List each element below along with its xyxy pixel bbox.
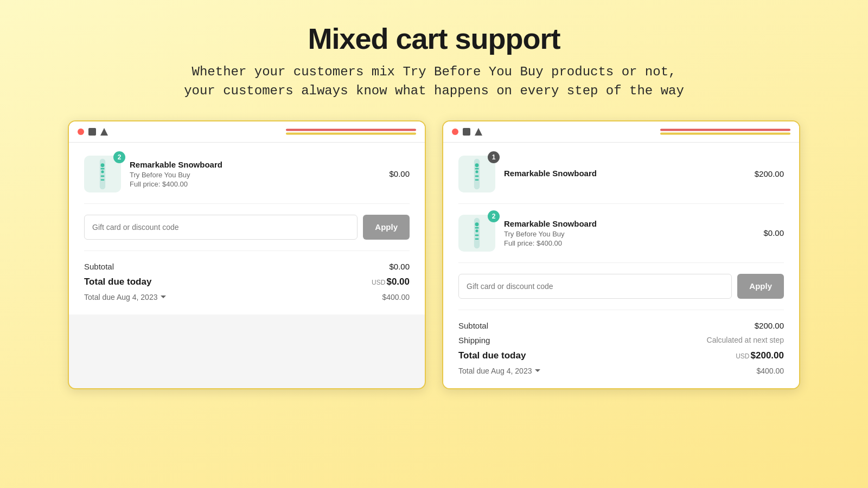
- subtotal-label-left: Subtotal: [84, 262, 114, 271]
- header-section: Mixed cart support Whether your customer…: [184, 22, 684, 101]
- subtotal-value-left: $0.00: [389, 262, 410, 271]
- subtitle-line2: your customers always know what happens …: [184, 84, 684, 98]
- dot-triangle-right: [475, 128, 482, 136]
- panel-titlebar-left: [69, 121, 425, 143]
- product-image-wrapper-right-1: 1: [458, 156, 495, 192]
- snowboard-icon-left-1: [92, 158, 113, 190]
- product-image-wrapper-right-2: 2: [458, 215, 495, 252]
- summary-rows-left: Subtotal $0.00 Total due today USD$0.00 …: [84, 262, 410, 301]
- summary-shipping-row-right: Shipping Calculated at next step: [458, 336, 784, 345]
- due-later-value-right: $400.00: [756, 367, 784, 375]
- product-full-price-left-1: Full price: $400.00: [130, 180, 380, 188]
- due-later-value-left: $400.00: [382, 293, 410, 301]
- snowboard-icon-right-1: [466, 158, 488, 190]
- usd-prefix-right: USD: [736, 352, 749, 360]
- svg-rect-12: [474, 217, 480, 248]
- shipping-label-right: Shipping: [458, 336, 490, 345]
- product-info-right-2: Remarkable Snowboard Try Before You Buy …: [504, 219, 755, 247]
- panel-left: 2 Remarkable Snowboard Try Before You Bu…: [68, 120, 426, 389]
- shipping-value-right: Calculated at next step: [707, 336, 784, 344]
- svg-rect-0: [100, 158, 105, 189]
- total-today-label-right: Total due today: [458, 350, 526, 361]
- product-info-left-1: Remarkable Snowboard Try Before You Buy …: [130, 160, 380, 188]
- svg-rect-17: [475, 238, 479, 240]
- svg-rect-4: [101, 175, 105, 177]
- product-name-left-1: Remarkable Snowboard: [130, 160, 380, 169]
- summary-due-row-right: Total due Aug 4, 2023 $400.00: [458, 367, 784, 375]
- dot-triangle-left: [100, 128, 108, 136]
- due-later-label-right: Total due Aug 4, 2023: [458, 367, 540, 375]
- product-badge-right-2: 2: [488, 210, 500, 222]
- discount-input-left[interactable]: [84, 215, 358, 240]
- total-today-value-left: USD$0.00: [372, 277, 410, 287]
- summary-subtotal-row-left: Subtotal $0.00: [84, 262, 410, 271]
- summary-subtotal-row-right: Subtotal $200.00: [458, 321, 784, 330]
- apply-button-left[interactable]: Apply: [363, 215, 410, 240]
- product-info-right-1: Remarkable Snowboard: [504, 169, 746, 179]
- dot-square-left: [88, 128, 96, 136]
- product-image-wrapper-left-1: 2: [84, 156, 121, 192]
- svg-point-13: [475, 222, 479, 226]
- panels-container: 2 Remarkable Snowboard Try Before You Bu…: [54, 120, 814, 389]
- chevron-down-icon-right: [535, 369, 540, 372]
- dot-red-right: [452, 129, 458, 135]
- dot-red-left: [78, 129, 84, 135]
- subtitle-line1: Whether your customers mix Try Before Yo…: [192, 65, 676, 79]
- titlebar-bar-red-left: [286, 129, 416, 131]
- svg-rect-3: [101, 168, 105, 169]
- summary-total-row-right: Total due today USD$200.00: [458, 350, 784, 361]
- svg-rect-16: [475, 234, 479, 236]
- product-badge-left-1: 2: [113, 151, 125, 163]
- chevron-down-icon-left: [161, 296, 166, 298]
- titlebar-bar-yellow-left: [286, 132, 416, 134]
- titlebar-lines-left: [286, 129, 416, 134]
- svg-rect-15: [475, 227, 479, 228]
- panel-right: 1 Remarkable Snowboard $200.00: [442, 120, 800, 389]
- product-row-right-2: 2 Remarkable Snowboard Try Before You Bu…: [458, 215, 784, 263]
- due-later-label-left: Total due Aug 4, 2023: [84, 293, 166, 301]
- titlebar-lines-right: [660, 129, 790, 134]
- svg-rect-10: [475, 175, 479, 177]
- svg-rect-5: [101, 179, 105, 181]
- summary-rows-right: Subtotal $200.00 Shipping Calculated at …: [458, 321, 784, 375]
- dot-square-right: [463, 128, 470, 136]
- svg-point-14: [475, 229, 478, 232]
- titlebar-bar-yellow-right: [660, 132, 790, 134]
- panel-body-right: 1 Remarkable Snowboard $200.00: [443, 143, 799, 388]
- usd-prefix-left: USD: [372, 279, 385, 286]
- subtitle: Whether your customers mix Try Before Yo…: [184, 63, 684, 101]
- total-today-label-left: Total due today: [84, 277, 151, 287]
- svg-point-1: [101, 163, 105, 167]
- product-name-right-1: Remarkable Snowboard: [504, 169, 746, 178]
- discount-input-right[interactable]: [458, 274, 732, 299]
- product-price-left-1: $0.00: [389, 169, 410, 178]
- svg-rect-9: [475, 168, 479, 169]
- product-tag-left-1: Try Before You Buy: [130, 171, 380, 179]
- product-price-right-2: $0.00: [763, 228, 784, 237]
- svg-point-7: [475, 163, 479, 167]
- svg-rect-11: [475, 179, 479, 181]
- product-full-price-right-2: Full price: $400.00: [504, 239, 755, 247]
- snowboard-icon-right-2: [466, 217, 488, 249]
- product-badge-right-1: 1: [488, 151, 500, 163]
- panel-body-left: 2 Remarkable Snowboard Try Before You Bu…: [69, 143, 425, 314]
- total-today-value-right: USD$200.00: [736, 350, 784, 361]
- product-tag-right-2: Try Before You Buy: [504, 230, 755, 238]
- summary-due-row-left: Total due Aug 4, 2023 $400.00: [84, 293, 410, 301]
- svg-point-2: [101, 170, 104, 173]
- product-row-right-1: 1 Remarkable Snowboard $200.00: [458, 156, 784, 204]
- subtotal-value-right: $200.00: [755, 321, 784, 330]
- panel-titlebar-right: [443, 121, 799, 143]
- page-title: Mixed cart support: [184, 22, 684, 55]
- apply-button-right[interactable]: Apply: [737, 274, 784, 299]
- product-price-right-1: $200.00: [755, 169, 784, 178]
- product-row-left-1: 2 Remarkable Snowboard Try Before You Bu…: [84, 156, 410, 204]
- titlebar-bar-red-right: [660, 129, 790, 131]
- discount-row-right: Apply: [458, 274, 784, 310]
- discount-row-left: Apply: [84, 215, 410, 251]
- product-name-right-2: Remarkable Snowboard: [504, 219, 755, 228]
- subtotal-label-right: Subtotal: [458, 321, 488, 330]
- svg-rect-6: [474, 158, 480, 189]
- svg-point-8: [475, 170, 478, 173]
- summary-total-row-left: Total due today USD$0.00: [84, 277, 410, 287]
